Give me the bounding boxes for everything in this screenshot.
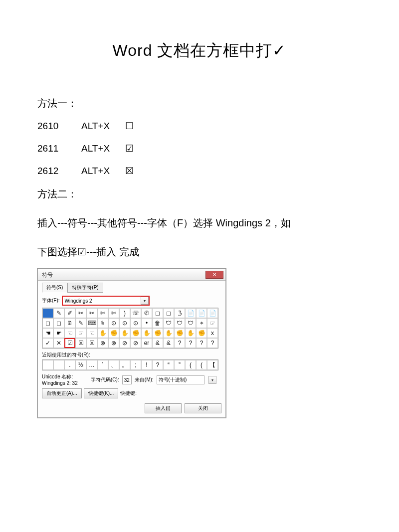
recent-grid[interactable]: .½…˙、。;!?“”((【	[42, 359, 218, 370]
recent-cell[interactable]: 、	[108, 360, 119, 370]
symbol-cell[interactable]: ✆	[141, 308, 152, 318]
symbol-cell[interactable]: ℨ	[174, 308, 185, 318]
chevron-down-icon[interactable]: ▾	[141, 297, 149, 305]
symbol-cell[interactable]: ⊘	[130, 338, 141, 348]
symbol-cell[interactable]: ◻	[163, 308, 174, 318]
symbol-cell[interactable]: ⊘	[119, 338, 130, 348]
recent-cell[interactable]: ”	[174, 360, 185, 370]
symbol-cell[interactable]: er	[141, 338, 152, 348]
symbol-cell[interactable]: ✊	[174, 328, 185, 338]
symbol-cell[interactable]: &	[163, 338, 174, 348]
symbol-cell[interactable]: 📄	[185, 308, 196, 318]
symbol-cell[interactable]: ✊	[130, 328, 141, 338]
from-select[interactable]: 符号(十进制)	[157, 375, 204, 384]
symbol-cell[interactable]: ?	[196, 338, 207, 348]
symbol-cell[interactable]: 🗎	[64, 318, 75, 328]
symbol-cell[interactable]: ✊	[108, 328, 119, 338]
symbol-cell[interactable]: ◻	[42, 318, 53, 328]
font-select[interactable]: Wingdings 2 ▾	[62, 296, 150, 306]
recent-cell[interactable]: 【	[207, 360, 218, 370]
symbol-cell[interactable]: ⌨	[86, 318, 97, 328]
symbol-cell[interactable]: ⊙	[119, 318, 130, 328]
font-label: 字体(F):	[42, 297, 60, 304]
recent-cell[interactable]: ?	[152, 360, 163, 370]
combo: ALT+X	[81, 166, 111, 177]
symbol-cell[interactable]: ☛	[53, 328, 64, 338]
symbol-cell[interactable]: ☜	[64, 328, 75, 338]
symbol-cell[interactable]: ✋	[141, 328, 152, 338]
symbol-cell[interactable]: 🖰	[97, 318, 108, 328]
code-input[interactable]: 32	[122, 375, 132, 384]
symbol-cell[interactable]: ⌖	[196, 318, 207, 328]
symbol-cell[interactable]: 📄	[196, 308, 207, 318]
symbol-cell[interactable]: ✄	[97, 308, 108, 318]
symbol-cell[interactable]: ⊙	[108, 318, 119, 328]
symbol-cell[interactable]: ☜	[86, 328, 97, 338]
symbol-grid[interactable]: ✎✐✂✂✄✄)☏✆◻◻ℨ📄📄📄◻◻🗎✎⌨🖰⊙⊙⊙•🗑🛡🛡🛡⌖☞☚☛☜☞☜✋✊✋✊…	[42, 308, 218, 349]
symbol-cell[interactable]: ✕	[53, 338, 64, 348]
font-value: Wingdings 2	[63, 298, 105, 304]
symbol-cell[interactable]: &	[152, 338, 163, 348]
symbol-cell[interactable]	[42, 308, 53, 318]
symbol-cell[interactable]: ☏	[130, 308, 141, 318]
symbol-cell[interactable]: ☞	[207, 318, 218, 328]
symbol-cell[interactable]: ✎	[53, 308, 64, 318]
symbol-cell[interactable]: ☒	[86, 338, 97, 348]
symbol-cell[interactable]: ?	[207, 338, 218, 348]
symbol-cell[interactable]: )	[119, 308, 130, 318]
symbol-cell[interactable]: ◻	[53, 318, 64, 328]
symbol-cell[interactable]: ✊	[196, 328, 207, 338]
symbol-cell[interactable]: ⊙	[130, 318, 141, 328]
recent-cell[interactable]: !	[141, 360, 152, 370]
insert-button[interactable]: 插入(I)	[145, 403, 182, 413]
recent-cell[interactable]: ˙	[97, 360, 108, 370]
close-icon[interactable]: ✕	[205, 271, 223, 279]
symbol-cell[interactable]: ✋	[185, 328, 196, 338]
dialog-caption: 符号	[42, 271, 53, 279]
recent-cell[interactable]	[53, 360, 64, 370]
symbol-cell[interactable]: ✋	[97, 328, 108, 338]
symbol-cell[interactable]: ✂	[75, 308, 86, 318]
symbol-cell[interactable]: ☚	[42, 328, 53, 338]
recent-cell[interactable]: .	[64, 360, 75, 370]
symbol-cell[interactable]: ✊	[152, 328, 163, 338]
tab-symbols[interactable]: 符号(S)	[42, 283, 67, 293]
recent-cell[interactable]: ;	[130, 360, 141, 370]
symbol-cell[interactable]: ?	[185, 338, 196, 348]
symbol-cell[interactable]: 📄	[207, 308, 218, 318]
symbol-cell[interactable]: ✓	[42, 338, 53, 348]
symbol-cell[interactable]: ☑	[64, 338, 75, 348]
recent-cell[interactable]: “	[163, 360, 174, 370]
symbol-cell[interactable]: •	[141, 318, 152, 328]
from-label: 来自(M):	[135, 376, 154, 383]
tab-special[interactable]: 特殊字符(P)	[67, 283, 103, 293]
autocorrect-button[interactable]: 自动更正(A)...	[42, 388, 82, 398]
chevron-down-icon[interactable]: ▾	[208, 376, 216, 384]
close-button[interactable]: 关闭	[185, 403, 221, 413]
symbol-cell[interactable]: ⊗	[108, 338, 119, 348]
recent-cell[interactable]	[42, 360, 53, 370]
symbol-cell[interactable]: ?	[174, 338, 185, 348]
symbol-cell[interactable]: 🗑	[152, 318, 163, 328]
recent-cell[interactable]: …	[86, 360, 97, 370]
dialog-titlebar: 符号 ✕	[38, 269, 225, 281]
symbol-cell[interactable]: ✋	[119, 328, 130, 338]
recent-cell[interactable]: (	[185, 360, 196, 370]
symbol-cell[interactable]: ✂	[86, 308, 97, 318]
symbol-cell[interactable]: ✐	[64, 308, 75, 318]
symbol-cell[interactable]: ✋	[163, 328, 174, 338]
symbol-cell[interactable]: ☒	[75, 338, 86, 348]
symbol-cell[interactable]: 🛡	[163, 318, 174, 328]
symbol-cell[interactable]: ☞	[75, 328, 86, 338]
recent-cell[interactable]: ½	[75, 360, 86, 370]
symbol-cell[interactable]: ◻	[152, 308, 163, 318]
symbol-cell[interactable]: ✄	[108, 308, 119, 318]
shortcut-button[interactable]: 快捷键(K)...	[84, 388, 119, 398]
recent-cell[interactable]: 。	[119, 360, 130, 370]
recent-cell[interactable]: (	[196, 360, 207, 370]
symbol-cell[interactable]: ⊗	[97, 338, 108, 348]
symbol-cell[interactable]: x	[207, 328, 218, 338]
symbol-cell[interactable]: 🛡	[185, 318, 196, 328]
symbol-cell[interactable]: ✎	[75, 318, 86, 328]
symbol-cell[interactable]: 🛡	[174, 318, 185, 328]
